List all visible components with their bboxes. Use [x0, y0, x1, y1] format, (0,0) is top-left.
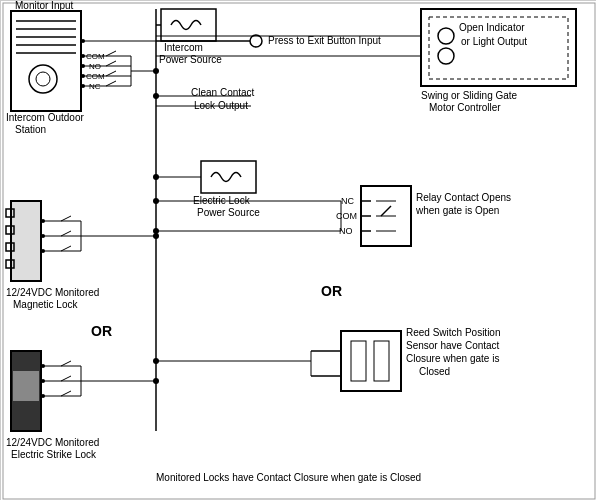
svg-point-108: [153, 198, 159, 204]
svg-point-122: [153, 358, 159, 364]
wiring-diagram: Monitor Input COM NO COM NC Intercom Out…: [0, 0, 596, 500]
svg-text:Intercom Outdoor: Intercom Outdoor: [6, 112, 84, 123]
svg-text:COM: COM: [336, 211, 357, 221]
svg-text:Magnetic Lock: Magnetic Lock: [13, 299, 78, 310]
svg-point-126: [153, 174, 159, 180]
svg-text:Closed: Closed: [419, 366, 450, 377]
svg-text:Relay Contact Opens: Relay Contact Opens: [416, 192, 511, 203]
svg-point-128: [153, 378, 159, 384]
svg-rect-49: [11, 201, 41, 281]
svg-text:Monitor Input: Monitor Input: [15, 1, 74, 11]
svg-text:Electric Strike Lock: Electric Strike Lock: [11, 449, 97, 460]
svg-text:12/24VDC Monitored: 12/24VDC Monitored: [6, 437, 99, 448]
svg-text:Power Source: Power Source: [197, 207, 260, 218]
svg-text:Reed Switch Position: Reed Switch Position: [406, 327, 501, 338]
svg-text:NC: NC: [341, 196, 354, 206]
svg-text:OR: OR: [91, 323, 112, 339]
svg-text:Intercom: Intercom: [164, 42, 203, 53]
svg-rect-69: [13, 371, 39, 401]
svg-text:Closure when gate is: Closure when gate is: [406, 353, 499, 364]
svg-text:when gate is Open: when gate is Open: [415, 205, 499, 216]
svg-text:Open Indicator: Open Indicator: [459, 22, 525, 33]
svg-text:Swing or Sliding Gate: Swing or Sliding Gate: [421, 90, 518, 101]
svg-text:Press to Exit Button Input: Press to Exit Button Input: [268, 35, 381, 46]
svg-text:Sensor have Contact: Sensor have Contact: [406, 340, 500, 351]
svg-text:Monitored Locks have Contact C: Monitored Locks have Contact Closure whe…: [156, 472, 421, 483]
svg-point-124: [153, 68, 159, 74]
svg-text:12/24VDC Monitored: 12/24VDC Monitored: [6, 287, 99, 298]
svg-text:or Light Output: or Light Output: [461, 36, 527, 47]
svg-point-125: [153, 93, 159, 99]
svg-text:Station: Station: [15, 124, 46, 135]
svg-text:Motor Controller: Motor Controller: [429, 102, 501, 113]
svg-point-127: [153, 233, 159, 239]
svg-text:OR: OR: [321, 283, 342, 299]
